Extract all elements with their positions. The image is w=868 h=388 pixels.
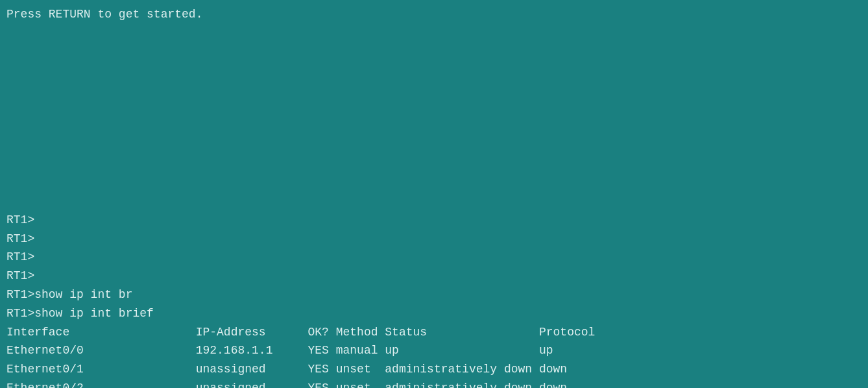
terminal-line [6, 24, 862, 43]
terminal-line: Ethernet0/0 192.168.1.1 YES manual up up [6, 341, 862, 360]
terminal-line [6, 173, 862, 192]
terminal-line [6, 43, 862, 62]
terminal-line [6, 136, 862, 155]
terminal-line [6, 154, 862, 173]
terminal-line: Interface IP-Address OK? Method Status P… [6, 323, 862, 342]
terminal-line [6, 61, 862, 80]
terminal-line: RT1> [6, 248, 862, 267]
terminal-line [6, 117, 862, 136]
terminal-line: RT1> [6, 267, 862, 285]
terminal-line: RT1>show ip int br [6, 285, 862, 304]
terminal-line [6, 99, 862, 117]
terminal-line: Press RETURN to get started. [6, 5, 862, 24]
terminal-window[interactable]: Press RETURN to get started. RT1>RT1>RT1… [0, 0, 868, 388]
terminal-line: RT1> [6, 211, 862, 230]
terminal-line [6, 80, 862, 99]
terminal-line: Ethernet0/2 unassigned YES unset adminis… [6, 379, 862, 388]
terminal-line: Ethernet0/1 unassigned YES unset adminis… [6, 360, 862, 379]
terminal-line [6, 192, 862, 211]
terminal-line: RT1> [6, 230, 862, 249]
terminal-line: RT1>show ip int brief [6, 304, 862, 323]
